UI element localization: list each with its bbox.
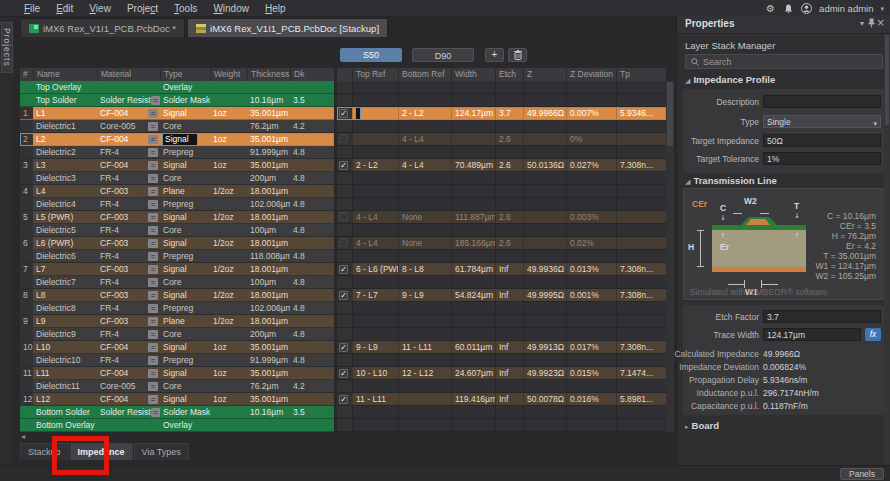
impedance-cell-z-deviation[interactable]: 0% (566, 133, 616, 145)
impedance-cell-tp[interactable] (616, 328, 665, 340)
impedance-cell-z-deviation[interactable] (566, 81, 616, 93)
impedance-cell-tp[interactable] (616, 250, 665, 262)
material-edit-button[interactable]: = (151, 408, 160, 417)
impedance-cell-z[interactable] (523, 198, 566, 210)
stackup-row[interactable]: Bottom OverlayOverlay (20, 419, 334, 432)
stackup-cell-thickness[interactable]: 35.001µm (247, 367, 290, 379)
impedance-cell-bottom-ref[interactable] (398, 276, 451, 288)
impedance-cell-tp[interactable]: 7.1474... (616, 367, 665, 379)
impedance-cell-bottom-ref[interactable] (398, 380, 451, 392)
impedance-cell-z-deviation[interactable] (566, 146, 616, 158)
menu-project[interactable]: Project (119, 3, 166, 14)
stackup-cell-name[interactable]: Dielectric7 (33, 276, 97, 288)
stackup-row[interactable]: Top SolderSolder Resist=Solder Mask10.16… (20, 94, 334, 107)
stackup-cell-number[interactable]: 11 (20, 367, 33, 379)
impedance-cell-top-ref[interactable]: 11 - L11 (352, 393, 398, 405)
impedance-cell-top-ref[interactable] (352, 120, 398, 132)
impedance-cell-check[interactable] (337, 120, 352, 132)
impedance-cell-z[interactable] (523, 185, 566, 197)
impedance-cell-width[interactable]: 185.166µm (451, 237, 495, 249)
impedance-cell-top-ref[interactable] (352, 354, 398, 366)
stackup-cell-thickness[interactable]: 10.16µm (247, 406, 290, 418)
stackup-row[interactable]: 12L12CF-004=Signal1oz35.001µm (20, 393, 334, 406)
impedance-cell-tp[interactable] (616, 133, 665, 145)
impedance-cell-width[interactable] (451, 315, 495, 327)
stackup-row[interactable]: 5L5 (PWR)CF-003=Signal1/2oz18.001µm (20, 211, 334, 224)
top-ref-edit-cell[interactable] (356, 107, 360, 119)
impedance-cell-bottom-ref[interactable] (398, 250, 451, 262)
stackup-cell-thickness[interactable]: 102.006µm (247, 198, 290, 210)
stackup-row[interactable]: 2L2CF-004=Signal1oz35.001µm (20, 133, 334, 146)
impedance-table-scrollbar[interactable] (666, 81, 674, 432)
stackup-cell-material[interactable]: Solder Resist= (97, 406, 160, 418)
stackup-cell-weight[interactable] (210, 120, 247, 132)
impedance-row[interactable] (337, 302, 666, 315)
stackup-cell-number[interactable]: 9 (20, 315, 33, 327)
stackup-cell-material[interactable]: CF-003= (97, 211, 160, 223)
stackup-cell-number[interactable] (20, 81, 33, 93)
pin-icon[interactable] (868, 18, 875, 28)
stackup-cell-type[interactable]: Core (160, 120, 210, 132)
impedance-cell-tp[interactable]: 5.9346... (616, 107, 665, 119)
impedance-cell-width[interactable] (451, 328, 495, 340)
stackup-row[interactable]: Dielectric2FR-4=Prepreg91.999µm4.8 (20, 146, 334, 159)
impedance-cell-z[interactable] (523, 354, 566, 366)
stackup-cell-material[interactable]: CF-004= (97, 341, 160, 353)
stackup-cell-thickness[interactable] (247, 81, 290, 93)
impedance-cell-check[interactable]: ✓ (337, 159, 352, 171)
stackup-cell-weight[interactable]: 1oz (210, 341, 247, 353)
impedance-cell-bottom-ref[interactable] (398, 328, 451, 340)
impedance-cell-bottom-ref[interactable]: 4 - L4 (398, 133, 451, 145)
stackup-cell-weight[interactable]: 1oz (210, 159, 247, 171)
etch-factor-input[interactable]: 3.7 (763, 310, 881, 323)
stackup-cell-name[interactable]: Dielectric4 (33, 198, 97, 210)
stackup-row[interactable]: Dielectric1Core-005=Core76.2µm4.2 (20, 120, 334, 133)
bell-icon[interactable] (783, 3, 794, 14)
stackup-row[interactable]: 9L9CF-003=Plane1/2oz18.001µm (20, 315, 334, 328)
stackup-cell-dk[interactable]: 4.8 (290, 250, 334, 262)
impedance-cell-z-deviation[interactable] (566, 185, 616, 197)
stackup-row[interactable]: 7L7CF-003=Signal1/2oz18.001µm (20, 263, 334, 276)
stackup-cell-dk[interactable] (290, 81, 334, 93)
impedance-cell-width[interactable]: 70.489µm (451, 159, 495, 171)
impedance-cell-check[interactable]: ✓ (337, 341, 352, 353)
stackup-cell-name[interactable]: L12 (33, 393, 97, 405)
impedance-row[interactable]: ✓10 - L1012 - L1224.607µmInf49.9923Ω0.01… (337, 367, 666, 380)
stackup-cell-number[interactable] (20, 419, 33, 431)
impedance-cell-width[interactable] (451, 94, 495, 106)
stackup-cell-thickness[interactable]: 118.008µm (247, 250, 290, 262)
stackup-cell-material[interactable]: FR-4= (97, 146, 160, 158)
stackup-cell-number[interactable] (20, 120, 33, 132)
menu-edit[interactable]: Edit (48, 3, 81, 14)
stackup-cell-name[interactable]: Bottom Solder (33, 406, 97, 418)
impedance-cell-z-deviation[interactable]: 0.015% (566, 367, 616, 379)
material-edit-button[interactable]: = (148, 343, 158, 352)
stackup-cell-thickness[interactable]: 18.001µm (247, 315, 290, 327)
impedance-cell-z[interactable] (523, 94, 566, 106)
username[interactable]: admin admin (819, 3, 873, 14)
type-dropdown[interactable]: Single▾ (763, 115, 881, 128)
impedance-cell-check[interactable] (337, 328, 352, 340)
stackup-cell-dk[interactable]: 4.8 (290, 302, 334, 314)
impedance-cell-top-ref[interactable]: 6 - L6 (PWR) (352, 263, 398, 275)
stackup-cell-thickness[interactable]: 18.001µm (247, 263, 290, 275)
impedance-cell-etch[interactable] (495, 224, 523, 236)
impedance-cell-z[interactable]: 49.9923Ω (523, 367, 566, 379)
type-edit-cell[interactable]: Signal (163, 134, 197, 145)
material-edit-button[interactable]: = (148, 252, 158, 261)
impedance-cell-z-deviation[interactable]: 0.013% (566, 263, 616, 275)
impedance-cell-width[interactable] (451, 133, 495, 145)
impedance-cell-tp[interactable] (616, 315, 665, 327)
stackup-cell-type[interactable]: Overlay (160, 419, 210, 431)
material-edit-button[interactable]: = (148, 148, 158, 157)
impedance-cell-width[interactable] (451, 380, 495, 392)
checkbox-checked[interactable]: ✓ (339, 369, 348, 378)
stackup-cell-dk[interactable] (290, 263, 334, 275)
material-edit-button[interactable]: = (148, 226, 158, 235)
stackup-cell-material[interactable]: FR-4= (97, 172, 160, 184)
impedance-cell-bottom-ref[interactable] (398, 315, 451, 327)
bottom-tab-via-types[interactable]: Via Types (134, 443, 189, 460)
impedance-cell-z[interactable] (523, 146, 566, 158)
stackup-cell-material[interactable]: CF-004= (97, 107, 160, 119)
stackup-cell-material[interactable]: Solder Resist= (97, 94, 160, 106)
